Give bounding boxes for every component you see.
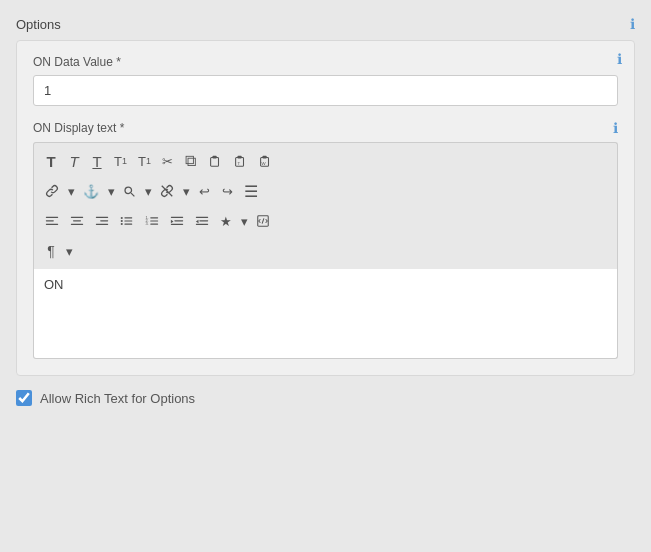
svg-marker-39: [196, 220, 199, 224]
svg-marker-35: [171, 220, 174, 224]
svg-point-20: [121, 217, 123, 219]
paste-text-btn[interactable]: T: [228, 149, 252, 173]
subscript-t-btn[interactable]: T1: [109, 149, 132, 173]
copy-btn[interactable]: ⧉: [180, 149, 202, 173]
align-left-btn[interactable]: [40, 209, 64, 233]
svg-line-45: [262, 218, 264, 223]
options-label: Options: [16, 17, 61, 32]
svg-rect-29: [150, 220, 158, 221]
star-chevron[interactable]: ▾: [238, 209, 250, 233]
link-chevron[interactable]: ▾: [65, 179, 77, 203]
underline-t-btn[interactable]: T: [86, 149, 108, 173]
toolbar-row-2: ▾ ⚓ ▾ ▾ ▾ ↩ ↪ ☰: [40, 177, 611, 205]
link-btn[interactable]: [40, 179, 64, 203]
toolbar-row-1: T T T T1 T1 ✂ ⧉ T W: [40, 147, 611, 175]
options-card: ℹ ON Data Value * ON Display text * ℹ T …: [16, 40, 635, 376]
svg-rect-37: [199, 220, 208, 221]
anchor-chevron[interactable]: ▾: [105, 179, 117, 203]
find-btn[interactable]: [118, 179, 141, 203]
svg-rect-16: [71, 224, 83, 225]
svg-rect-34: [171, 224, 183, 225]
svg-rect-14: [71, 217, 83, 218]
star-btn[interactable]: ★: [215, 209, 237, 233]
display-text-info-icon[interactable]: ℹ: [613, 120, 618, 136]
superscript-t-btn[interactable]: T1: [133, 149, 156, 173]
anchor-btn[interactable]: ⚓: [78, 179, 104, 203]
svg-rect-32: [171, 217, 183, 218]
unlink-btn[interactable]: [155, 179, 179, 203]
allow-rich-text-checkbox[interactable]: [16, 390, 32, 406]
bold-t-btn[interactable]: T: [40, 149, 62, 173]
svg-line-42: [259, 221, 261, 223]
svg-rect-31: [150, 223, 158, 224]
page-header: Options ℹ: [16, 16, 635, 32]
on-display-text-label: ON Display text *: [33, 121, 124, 135]
paste-word-btn[interactable]: W: [253, 149, 277, 173]
card-info-icon[interactable]: ℹ: [617, 51, 622, 67]
svg-rect-6: [262, 156, 266, 159]
svg-rect-0: [211, 158, 219, 167]
svg-rect-19: [96, 224, 108, 225]
unordered-list-btn[interactable]: [115, 209, 139, 233]
paragraph-chevron[interactable]: ▾: [63, 239, 75, 263]
svg-rect-1: [212, 156, 216, 159]
html-source-btn[interactable]: [251, 209, 275, 233]
svg-point-22: [121, 220, 123, 222]
svg-rect-11: [46, 217, 58, 218]
svg-rect-3: [237, 156, 241, 159]
svg-rect-12: [46, 220, 54, 221]
ordered-list-btn[interactable]: 1.2.3.: [140, 209, 164, 233]
rich-text-editor[interactable]: ON: [33, 269, 618, 359]
indent-btn[interactable]: [190, 209, 214, 233]
svg-rect-21: [124, 217, 132, 218]
svg-point-8: [125, 187, 132, 194]
footer-row: Allow Rich Text for Options: [16, 390, 635, 406]
paragraph-btn[interactable]: ¶: [40, 239, 62, 263]
page-info-icon[interactable]: ℹ: [630, 16, 635, 32]
cut-btn[interactable]: ✂: [157, 149, 179, 173]
toolbar-row-4: ¶ ▾: [40, 237, 611, 265]
svg-rect-38: [196, 224, 208, 225]
unlink-chevron[interactable]: ▾: [180, 179, 192, 203]
svg-rect-33: [174, 220, 183, 221]
redo-btn[interactable]: ↪: [216, 179, 238, 203]
svg-line-44: [266, 221, 268, 223]
outdent-btn[interactable]: [165, 209, 189, 233]
align-right-btn[interactable]: [90, 209, 114, 233]
svg-rect-23: [124, 220, 132, 221]
svg-rect-27: [150, 217, 158, 218]
svg-text:W: W: [261, 161, 266, 166]
source-btn[interactable]: ☰: [239, 179, 263, 203]
on-data-value-input[interactable]: [33, 75, 618, 106]
undo-btn[interactable]: ↩: [193, 179, 215, 203]
rich-text-toolbar: T T T T1 T1 ✂ ⧉ T W: [33, 142, 618, 269]
allow-rich-text-label[interactable]: Allow Rich Text for Options: [40, 391, 195, 406]
find-chevron[interactable]: ▾: [142, 179, 154, 203]
svg-text:3.: 3.: [145, 221, 148, 226]
svg-line-9: [131, 193, 134, 196]
svg-text:T: T: [237, 161, 240, 166]
on-display-text-section: ON Display text * ℹ T T T T1 T1 ✂ ⧉ T: [33, 120, 618, 359]
toolbar-row-3: 1.2.3. ★ ▾: [40, 207, 611, 235]
italic-t-btn[interactable]: T: [63, 149, 85, 173]
svg-rect-18: [100, 220, 108, 221]
svg-rect-25: [124, 223, 132, 224]
svg-rect-13: [46, 224, 58, 225]
svg-rect-36: [196, 217, 208, 218]
paste-btn[interactable]: [203, 149, 227, 173]
svg-point-24: [121, 223, 123, 225]
align-center-btn[interactable]: [65, 209, 89, 233]
svg-rect-17: [96, 217, 108, 218]
on-data-value-label: ON Data Value *: [33, 55, 618, 69]
svg-rect-15: [73, 220, 81, 221]
on-data-value-section: ON Data Value *: [33, 55, 618, 106]
